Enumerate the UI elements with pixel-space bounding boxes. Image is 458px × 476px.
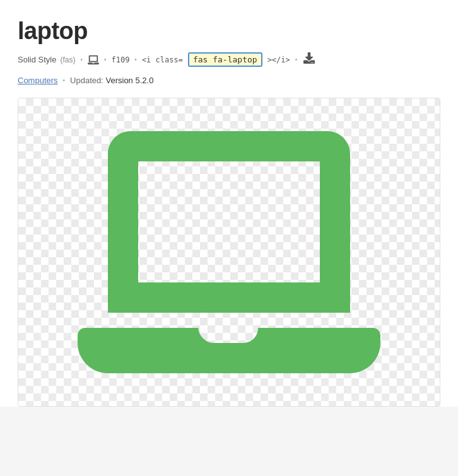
updated-label: Updated: Version 5.2.0 (70, 76, 153, 85)
dot-2: • (104, 56, 107, 63)
code-snippet-start: <i class= (142, 55, 183, 64)
page-title: laptop (18, 18, 440, 45)
unicode-value: f109 (111, 55, 129, 64)
icon-preview-area (18, 98, 440, 407)
highlighted-class-code[interactable]: fas fa-laptop (188, 52, 262, 67)
dot-4: • (295, 56, 298, 63)
page-container: laptop Solid Style (fas) • • f109 • <i c… (0, 0, 458, 407)
dot-3: • (134, 56, 137, 63)
category-breadcrumb[interactable]: Computers (18, 76, 58, 85)
code-snippet-end: ></i> (267, 55, 290, 64)
laptop-icon-wrapper (78, 120, 380, 385)
solid-style-text: Solid Style (18, 55, 56, 64)
breadcrumb-row: Computers • Updated: Version 5.2.0 (18, 76, 440, 85)
style-abbr: (fas) (60, 55, 75, 64)
laptop-icon-small (88, 55, 99, 65)
download-icon (303, 52, 315, 64)
laptop-large-icon (78, 120, 380, 385)
style-label: Solid Style (fas) (18, 55, 75, 64)
meta-row: Solid Style (fas) • • f109 • <i class= f… (18, 51, 440, 68)
laptop-icon-meta (88, 55, 99, 65)
breadcrumb-dot: • (63, 77, 66, 84)
dot-1: • (80, 56, 83, 63)
download-button[interactable] (302, 51, 316, 68)
version-text: Version 5.2.0 (105, 76, 153, 85)
